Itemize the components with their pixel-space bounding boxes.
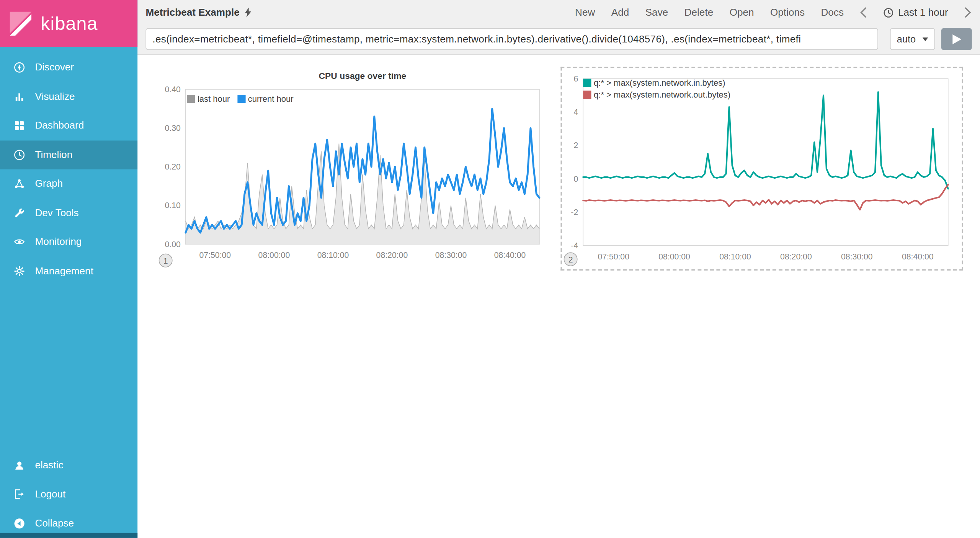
kibana-app: kibana Discover Visualize Dashboard — [0, 0, 980, 538]
panel-number-badge: 1 — [159, 254, 173, 267]
run-query-button[interactable] — [941, 28, 972, 50]
legend-item: current hour — [237, 95, 294, 104]
time-forward-button[interactable] — [964, 7, 971, 18]
menu-delete[interactable]: Delete — [684, 7, 714, 18]
x-tick-label: 08:10:00 — [317, 251, 349, 259]
sidebar: kibana Discover Visualize Dashboard — [0, 0, 137, 538]
series-line-1 — [583, 184, 948, 209]
top-chrome: Metricbeat Example New Add Save Delete O… — [137, 0, 980, 55]
x-tick-label: 08:00:00 — [258, 251, 290, 259]
chart-legend: q:* > max(system.network.in.bytes)q:* > … — [583, 78, 730, 99]
collapse-icon — [13, 517, 26, 530]
sheet-title-wrap: Metricbeat Example — [145, 7, 252, 18]
querybar: auto — [145, 28, 972, 50]
sidebar-item-label: Visualize — [35, 91, 75, 102]
sidebar-item-visualize[interactable]: Visualize — [0, 82, 137, 111]
x-tick-label: 08:10:00 — [719, 252, 751, 261]
sidebar-item-label: Collapse — [35, 518, 74, 529]
legend-item: q:* > max(system.network.out.bytes) — [583, 90, 730, 99]
x-tick-label: 08:30:00 — [435, 251, 467, 259]
sidebar-item-label: Dashboard — [35, 120, 84, 131]
menu-add[interactable]: Add — [611, 7, 629, 18]
legend-item: last hour — [187, 95, 230, 104]
clock-icon — [883, 7, 894, 18]
kibana-logo-icon — [6, 9, 35, 38]
timelion-panel-1[interactable]: CPU usage over time 0.400.300.200.100.00… — [148, 65, 553, 275]
logout-icon — [13, 488, 26, 501]
series-line-0 — [583, 92, 948, 189]
chevron-right-icon — [964, 7, 971, 18]
sidebar-item-label: Timelion — [35, 149, 72, 160]
clock-icon — [13, 148, 26, 161]
chart-legend: last hourcurrent hour — [187, 95, 293, 104]
plot-border — [583, 79, 948, 246]
compass-icon — [13, 61, 26, 74]
timelion-query-input[interactable] — [145, 28, 878, 50]
eye-icon — [13, 236, 26, 248]
legend-label: q:* > max(system.network.in.bytes) — [594, 78, 725, 87]
sidebar-item-management[interactable]: Management — [0, 256, 137, 285]
sidebar-item-dashboard[interactable]: Dashboard — [0, 111, 137, 140]
chevron-left-icon — [860, 7, 867, 18]
legend-label: q:* > max(system.network.out.bytes) — [594, 90, 730, 99]
bar-chart-icon — [13, 90, 26, 103]
x-tick-label: 08:20:00 — [780, 252, 812, 261]
sidebar-item-graph[interactable]: Graph — [0, 169, 137, 198]
sidebar-item-monitoring[interactable]: Monitoring — [0, 227, 137, 256]
y-tick-label: 0.10 — [165, 201, 181, 210]
sidebar-nav: Discover Visualize Dashboard Timelion — [0, 53, 137, 285]
play-icon — [952, 34, 961, 44]
sidebar-bottom-accent — [0, 533, 137, 538]
dashboard-icon — [13, 119, 26, 132]
sidebar-item-label: Logout — [35, 489, 65, 500]
timepicker-label: Last 1 hour — [898, 7, 948, 18]
y-tick-label: 0.20 — [165, 162, 181, 171]
menu-options[interactable]: Options — [770, 7, 805, 18]
graph-icon — [13, 178, 26, 190]
legend-swatch — [583, 79, 591, 87]
x-tick-label: 08:40:00 — [902, 252, 934, 261]
sidebar-item-label: Graph — [35, 178, 63, 189]
y-tick-label: 0 — [573, 174, 578, 183]
wrench-icon — [13, 207, 26, 219]
sidebar-item-label: Dev Tools — [35, 207, 78, 218]
topbar-menu: New Add Save Delete Open Options Docs La… — [575, 7, 971, 18]
x-tick-label: 07:50:00 — [199, 251, 231, 259]
x-tick-label: 07:50:00 — [598, 252, 629, 261]
legend-item: q:* > max(system.network.in.bytes) — [583, 78, 730, 87]
menu-new[interactable]: New — [575, 7, 595, 18]
menu-docs[interactable]: Docs — [821, 7, 844, 18]
x-tick-label: 08:20:00 — [376, 251, 408, 259]
time-back-button[interactable] — [860, 7, 867, 18]
sheet-title: Metricbeat Example — [145, 7, 239, 18]
timelion-panel-2[interactable]: 6420-2-407:50:0008:00:0008:10:0008:20:00… — [560, 67, 963, 271]
y-tick-label: 0.00 — [165, 240, 181, 249]
sidebar-item-dev-tools[interactable]: Dev Tools — [0, 198, 137, 227]
sidebar-item-timelion[interactable]: Timelion — [0, 140, 137, 170]
sidebar-item-logout[interactable]: Logout — [0, 480, 137, 509]
sidebar-item-elastic-user[interactable]: elastic — [0, 451, 137, 480]
kibana-logo-header: kibana — [0, 0, 137, 47]
legend-label: last hour — [198, 95, 230, 104]
chevron-down-icon — [923, 37, 928, 41]
legend-label: current hour — [248, 95, 294, 104]
y-tick-label: -4 — [571, 241, 578, 250]
timepicker[interactable]: Last 1 hour — [883, 7, 948, 18]
y-tick-label: 4 — [573, 108, 578, 116]
sidebar-item-discover[interactable]: Discover — [0, 53, 137, 82]
sidebar-item-label: Management — [35, 265, 93, 276]
sidebar-footer: elastic Logout Collapse — [0, 451, 137, 538]
y-tick-label: 6 — [573, 74, 578, 83]
y-tick-label: 2 — [573, 141, 578, 150]
lightning-icon — [245, 8, 252, 18]
x-tick-label: 08:40:00 — [494, 251, 526, 259]
sidebar-item-label: Monitoring — [35, 236, 82, 248]
x-tick-label: 08:00:00 — [658, 252, 690, 261]
x-tick-label: 08:30:00 — [841, 252, 873, 261]
interval-select[interactable]: auto — [890, 28, 935, 50]
menu-open[interactable]: Open — [730, 7, 754, 18]
sidebar-item-label: Discover — [35, 62, 74, 73]
sidebar-item-label: elastic — [35, 460, 63, 471]
legend-swatch — [583, 91, 591, 99]
menu-save[interactable]: Save — [645, 7, 668, 18]
